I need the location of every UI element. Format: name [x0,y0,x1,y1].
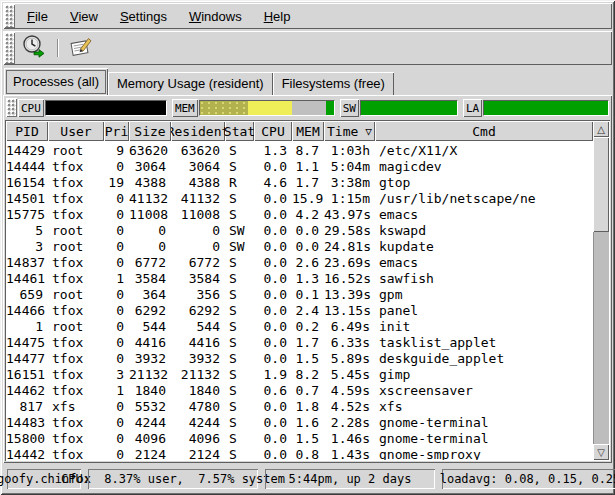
column-header-stat[interactable]: Stat [225,121,254,141]
cell-resident: 2124 [171,447,225,460]
column-header-user[interactable]: User [48,121,104,141]
timer-button[interactable] [16,33,52,63]
scrollbar-track[interactable] [593,232,609,444]
column-header-label-mem: MEM [296,124,319,139]
process-row[interactable]: 15800tfox040964096S0.01.51.46sgnome-term… [6,431,593,447]
vertical-scrollbar[interactable]: △ ▽ [593,121,609,460]
menubar-grip[interactable] [4,4,15,28]
cell-stat: S [225,367,254,383]
process-row[interactable]: 14475tfox044164416S0.01.76.33stasklist_a… [6,335,593,351]
process-row[interactable]: 14837tfox067726772S0.02.623.69semacs [6,255,593,271]
process-row[interactable]: 659root0364356S0.00.113.39sgpm [6,287,593,303]
column-header-pri[interactable]: Pri [104,121,129,141]
process-row[interactable]: 1root0544544S0.00.26.49sinit [6,319,593,335]
column-header-cmd[interactable]: Cmd [375,121,593,141]
cell-pid: 14429 [6,143,48,159]
cell-resident: 63620 [171,143,225,159]
tab-filesystems-free[interactable]: Filesystems (free) [273,72,394,95]
cell-cpu: 0.6 [254,383,292,399]
meter-segment [46,101,166,115]
cell-size: 3584 [129,271,171,287]
cell-resident: 4244 [171,415,225,431]
scrollbar-up-button[interactable]: △ [593,121,609,137]
meter-segment [361,101,457,115]
scrollbar-down-button[interactable]: ▽ [593,444,609,460]
process-row[interactable]: 16151tfox32113221132S1.98.25.45sgimp [6,367,593,383]
cell-resident: 3064 [171,159,225,175]
cell-cmd: /etc/X11/X [375,143,593,159]
menu-item-help[interactable]: Help [253,5,302,28]
cell-time: 29.58s [324,223,375,239]
meter-label-mem[interactable]: MEM [172,99,198,117]
process-row[interactable]: 14501tfox04113241132S0.015.91:15m/usr/li… [6,191,593,207]
meter-label-cpu[interactable]: CPU [18,99,44,117]
menu-item-settings[interactable]: Settings [109,5,178,28]
cell-time: 1:15m [324,191,375,207]
cell-time: 4.52s [324,399,375,415]
cell-stat: S [225,143,254,159]
cell-cmd: gimp [375,367,593,383]
cell-time: 23.69s [324,255,375,271]
cell-size: 4244 [129,415,171,431]
cell-pid: 15800 [6,431,48,447]
cell-user: root [48,287,104,303]
edit-button[interactable] [63,33,99,63]
cell-pri: 0 [104,287,129,303]
cell-pid: 14466 [6,303,48,319]
scrollbar-thumb[interactable] [593,137,609,232]
column-header-label-pri: Pri [105,124,128,139]
cell-pid: 3 [6,239,48,255]
meter-segment [326,101,334,115]
cell-pid: 14461 [6,271,48,287]
process-row[interactable]: 3root000SW0.00.024.81skupdate [6,239,593,255]
cell-resident: 6772 [171,255,225,271]
tab-processes-all[interactable]: Processes (all) [4,68,108,95]
cell-resident: 3584 [171,271,225,287]
meter-label-la[interactable]: LA [463,99,482,117]
cell-pid: 14462 [6,383,48,399]
meter-label-sw[interactable]: SW [340,99,359,117]
table-header-row: PIDUserPriSizeResidentStatCPUMEMTime▽Cmd [6,121,593,141]
process-row[interactable]: 5root000SW0.00.029.58skswapd [6,223,593,239]
column-header-size[interactable]: Size [129,121,171,141]
cell-mem: 1.6 [292,415,324,431]
column-header-mem[interactable]: MEM [292,121,324,141]
tab-memory-usage-resident[interactable]: Memory Usage (resident) [108,72,273,95]
cell-cmd: panel [375,303,593,319]
process-row[interactable]: 14442tfox021242124S0.00.81.43sgnome-smpr… [6,447,593,460]
column-header-pid[interactable]: PID [6,121,48,141]
process-row[interactable]: 15775tfox01100811008S0.04.243.97semacs [6,207,593,223]
cell-stat: R [225,175,254,191]
column-header-resident[interactable]: Resident [171,121,225,141]
menu-item-windows[interactable]: Windows [178,5,253,28]
cell-resident: 4096 [171,431,225,447]
cell-pri: 0 [104,207,129,223]
cell-mem: 1.3 [292,271,324,287]
cell-stat: SW [225,223,254,239]
process-row[interactable]: 14429root96362063620S1.38.71:03h/etc/X11… [6,143,593,159]
column-header-time[interactable]: Time▽ [324,121,375,141]
toolbar-grip[interactable] [4,32,15,64]
meter-bar: CPUMEMSWLA [5,97,610,118]
process-row[interactable]: 817xfs055324780S0.01.84.52sxfs [6,399,593,415]
meterbar-grip[interactable] [6,98,17,117]
column-header-cpu[interactable]: CPU [254,121,292,141]
menu-item-view[interactable]: View [59,5,109,28]
process-row[interactable]: 14477tfox039323932S0.01.55.89sdeskguide_… [6,351,593,367]
cell-pri: 19 [104,175,129,191]
cell-resident: 0 [171,223,225,239]
cell-time: 24.81s [324,239,375,255]
cell-size: 6292 [129,303,171,319]
process-row[interactable]: 14466tfox062926292S0.02.413.15spanel [6,303,593,319]
cell-time: 13.39s [324,287,375,303]
cell-cpu: 0.0 [254,335,292,351]
process-row[interactable]: 16154tfox1943884388R4.61.73:38mgtop [6,175,593,191]
cell-cmd: xscreensaver [375,383,593,399]
process-row[interactable]: 14461tfox135843584S0.01.316.52ssawfish [6,271,593,287]
menu-item-file[interactable]: File [16,5,59,28]
menubar-items: FileViewSettingsWindowsHelp [16,3,301,29]
process-row[interactable]: 14462tfox118401840S0.60.74.59sxscreensav… [6,383,593,399]
process-row[interactable]: 14444tfox030643064S0.01.15:04mmagicdev [6,159,593,175]
process-row[interactable]: 14483tfox042444244S0.01.62.28sgnome-term… [6,415,593,431]
cell-cmd: kupdate [375,239,593,255]
